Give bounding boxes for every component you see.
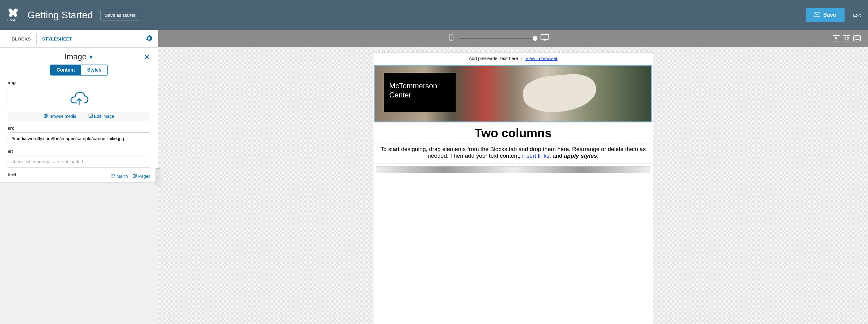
gear-icon[interactable] xyxy=(146,35,152,42)
insert-links-link[interactable]: insert links xyxy=(522,153,549,159)
href-label: href xyxy=(8,172,111,177)
column-image-right xyxy=(513,166,650,173)
link-tool-icon[interactable] xyxy=(843,35,850,41)
preheader-text: Add preheader text here xyxy=(469,56,518,61)
src-input[interactable] xyxy=(8,132,150,144)
upload-drop-zone[interactable] xyxy=(8,87,150,109)
preview-toolbar xyxy=(158,30,868,47)
preheader-row[interactable]: Add preheader text here | View in browse… xyxy=(373,53,653,64)
href-mailto-link[interactable]: Mailto xyxy=(111,174,128,179)
cloud-upload-icon xyxy=(69,91,89,107)
svg-rect-10 xyxy=(544,39,546,40)
preview-canvas[interactable]: Add preheader text here | View in browse… xyxy=(158,47,868,324)
select-tool-icon[interactable] xyxy=(833,35,840,41)
img-label: img xyxy=(8,80,150,85)
save-button-label: Save xyxy=(823,12,836,18)
src-label: src xyxy=(8,125,150,130)
svg-rect-9 xyxy=(541,34,549,39)
img-field: img Browse media Edit image xyxy=(8,80,150,121)
mobile-icon[interactable] xyxy=(449,34,454,42)
segment-content[interactable]: Content xyxy=(51,65,81,75)
logo-label: EMAIL xyxy=(7,18,19,22)
body-text-block[interactable]: To start designing, drag elements from t… xyxy=(373,143,653,164)
zoom-slider[interactable] xyxy=(459,38,535,39)
alt-input[interactable] xyxy=(8,156,150,168)
bike-seat-shape xyxy=(522,72,598,115)
app-header: EMAIL Getting Started Save as starter Sa… xyxy=(0,0,868,30)
hero-logo-box: McTommerson Center xyxy=(384,73,456,112)
alt-label: alt xyxy=(8,149,150,154)
page-title: Getting Started xyxy=(27,9,93,21)
sidebar: BLOCKS STYLESHEET Image ➤ ✕ xyxy=(0,30,158,324)
two-column-block[interactable] xyxy=(373,164,653,175)
mail-icon xyxy=(111,174,115,179)
tab-stylesheet[interactable]: STYLESHEET xyxy=(36,33,77,45)
app-logo: EMAIL xyxy=(7,8,19,22)
zoom-thumb[interactable] xyxy=(533,36,537,41)
hero-image: McTommerson Center xyxy=(375,66,651,121)
location-arrow-icon[interactable]: ➤ xyxy=(89,54,93,60)
save-as-starter-button[interactable]: Save as starter xyxy=(100,10,140,21)
panel-title: Image ➤ xyxy=(64,52,93,61)
segment-styles[interactable]: Styles xyxy=(81,65,107,75)
block-panel: Image ➤ ✕ Content Styles xyxy=(0,48,158,80)
view-in-browser-link[interactable]: View in browser xyxy=(525,56,558,61)
alt-field: alt xyxy=(8,149,150,168)
svg-rect-0 xyxy=(814,12,820,17)
envelope-icon xyxy=(814,12,820,18)
browse-media-link[interactable]: Browse media xyxy=(44,114,76,119)
desktop-icon[interactable] xyxy=(540,34,549,42)
chevron-left-icon: ‹ xyxy=(157,174,159,180)
tab-blocks[interactable]: BLOCKS xyxy=(6,33,36,45)
save-button[interactable]: Save xyxy=(806,8,844,22)
copy-icon xyxy=(44,114,48,119)
preview-area: Add preheader text here | View in browse… xyxy=(158,30,868,324)
butterfly-icon xyxy=(8,8,18,17)
email-body: Add preheader text here | View in browse… xyxy=(373,52,653,324)
heading-block[interactable]: Two columns xyxy=(373,123,653,143)
src-field: src xyxy=(8,125,150,144)
image-tool-icon[interactable] xyxy=(854,35,861,41)
sidebar-tabs: BLOCKS STYLESHEET xyxy=(0,30,158,48)
svg-point-8 xyxy=(451,39,452,40)
apply-styles-text: apply styles xyxy=(564,153,597,159)
href-field: href Mailto Pages xyxy=(8,172,150,179)
sidebar-collapse-handle[interactable]: ‹ xyxy=(156,168,160,185)
main-layout: BLOCKS STYLESHEET Image ➤ ✕ xyxy=(0,30,868,324)
edit-icon xyxy=(89,114,93,119)
exit-link[interactable]: Exit xyxy=(853,12,861,18)
edit-image-link[interactable]: Edit image xyxy=(89,114,114,119)
column-image-left xyxy=(376,166,513,173)
close-icon[interactable]: ✕ xyxy=(143,52,150,62)
content-styles-segment: Content Styles xyxy=(50,64,108,76)
heading-text: Two columns xyxy=(376,126,650,140)
pages-icon xyxy=(133,174,137,179)
svg-point-12 xyxy=(856,37,857,38)
hero-image-block[interactable]: IMAGE McTommerson Center xyxy=(374,65,652,122)
href-pages-link[interactable]: Pages xyxy=(133,174,150,179)
